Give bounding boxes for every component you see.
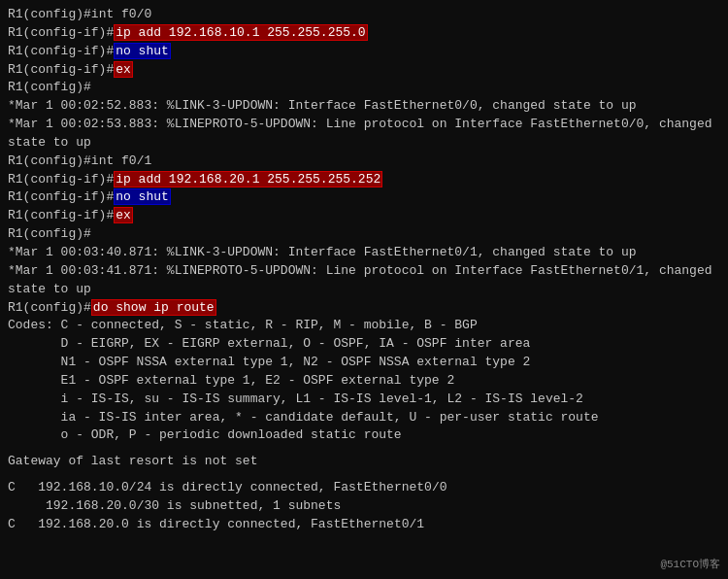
terminal-line: R1(config)#int f0/1	[8, 153, 720, 171]
terminal-line: ia - IS-IS inter area, * - candidate def…	[8, 409, 720, 427]
terminal-line: E1 - OSPF external type 1, E2 - OSPF ext…	[8, 372, 720, 391]
terminal-line: N1 - OSPF NSSA external type 1, N2 - OSP…	[8, 354, 720, 372]
terminal-line: R1(config)#int f0/0	[8, 6, 720, 24]
terminal-line: i - IS-IS, su - IS-IS summary, L1 - IS-I…	[8, 391, 720, 409]
terminal-line: R1(config-if)#ip add 192.168.20.1 255.25…	[8, 171, 720, 189]
terminal-line	[8, 445, 720, 453]
terminal-line: R1(config-if)#no shut	[8, 188, 720, 207]
terminal-output: R1(config)#int f0/0R1(config-if)#ip add …	[8, 6, 720, 534]
terminal-line: o - ODR, P - periodic downloaded static …	[8, 426, 720, 445]
terminal-line: R1(config-if)#ex	[8, 207, 720, 225]
terminal-line: C 192.168.10.0/24 is directly connected,…	[8, 479, 720, 497]
terminal-line: *Mar 1 00:02:53.883: %LINEPROTO-5-UPDOWN…	[8, 116, 720, 153]
terminal-line: R1(config)#do show ip route	[8, 299, 720, 318]
terminal-line: D - EIGRP, EX - EIGRP external, O - OSPF…	[8, 335, 720, 354]
terminal-line: 192.168.20.0/30 is subnetted, 1 subnets	[8, 497, 720, 516]
terminal-line: C 192.168.20.0 is directly connected, Fa…	[8, 516, 720, 534]
terminal-line: *Mar 1 00:03:40.871: %LINK-3-UPDOWN: Int…	[8, 244, 720, 262]
terminal-line: *Mar 1 00:03:41.871: %LINEPROTO-5-UPDOWN…	[8, 262, 720, 299]
terminal-line: R1(config)#	[8, 225, 720, 244]
watermark: @51CTO博客	[660, 558, 720, 573]
terminal-line: Codes: C - connected, S - static, R - RI…	[8, 317, 720, 335]
terminal-line: Gateway of last resort is not set	[8, 453, 720, 471]
terminal-line: R1(config-if)#ip add 192.168.10.1 255.25…	[8, 24, 720, 43]
terminal-line	[8, 471, 720, 479]
terminal-line: R1(config-if)#ex	[8, 61, 720, 80]
terminal-line: R1(config)#	[8, 79, 720, 97]
terminal-line: *Mar 1 00:02:52.883: %LINK-3-UPDOWN: Int…	[8, 97, 720, 116]
terminal: R1(config)#int f0/0R1(config-if)#ip add …	[0, 0, 728, 579]
terminal-line: R1(config-if)#no shut	[8, 43, 720, 61]
